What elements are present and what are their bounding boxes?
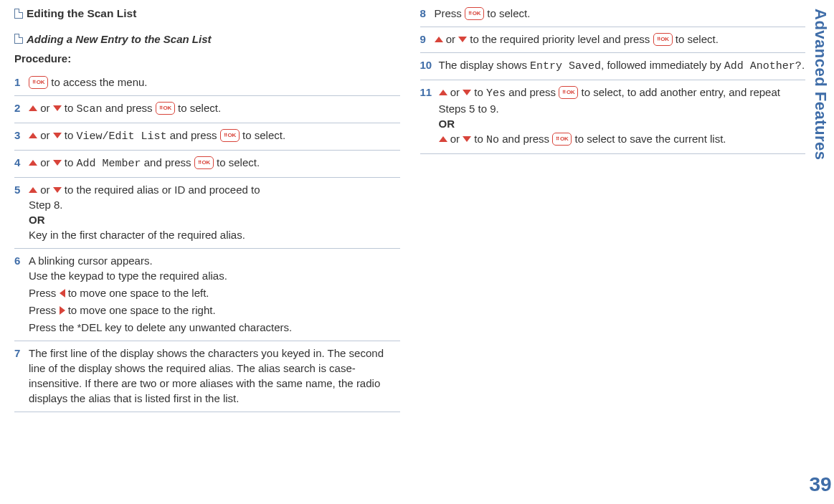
left-arrow-icon [60, 289, 65, 298]
step-number: 10 [420, 57, 435, 72]
step-text: The display shows [439, 59, 531, 71]
step-8: 8 Press ⠿OK to select. [420, 6, 806, 27]
ok-button-icon: ⠿OK [552, 133, 572, 146]
menu-target: No [486, 134, 499, 146]
menu-target: Yes [486, 87, 506, 100]
step-number: 5 [14, 182, 24, 197]
or-label: OR [29, 212, 400, 227]
down-arrow-icon [458, 37, 467, 42]
step-text: to move one space to the right. [65, 304, 216, 316]
step-1: 1 ⠿OK to access the menu. [14, 70, 400, 96]
step-body: The first line of the display shows the … [29, 346, 400, 406]
ok-button-icon: ⠿OK [559, 86, 578, 99]
step-body: Press ⠿OK to select. [435, 6, 806, 21]
or-text: or [37, 102, 53, 114]
step-text: to select to save the current list. [572, 133, 726, 145]
or-text: or [37, 156, 53, 168]
down-arrow-icon [53, 105, 62, 111]
menu-target: Add Member [77, 158, 141, 170]
step-10: 10 The display shows Entry Saved, follow… [420, 53, 806, 80]
step-text: to select. [673, 33, 719, 45]
procedure-label: Procedure: [14, 51, 400, 66]
or-text: or [37, 129, 53, 141]
page-number: 39 [809, 470, 831, 498]
or-text: or [447, 86, 463, 98]
step-number: 11 [420, 85, 435, 100]
down-arrow-icon [463, 136, 471, 142]
up-arrow-icon [435, 37, 443, 42]
step-text: The first line of the display shows the … [29, 346, 400, 406]
step-number: 4 [14, 155, 24, 170]
ok-button-icon: ⠿OK [156, 102, 175, 115]
step-text: to select. [175, 102, 221, 114]
up-arrow-icon [29, 187, 37, 193]
step-text: . [802, 59, 805, 71]
or-text: or [37, 184, 53, 196]
step-9: 9 or to the required priority level and … [420, 27, 806, 53]
down-arrow-icon [53, 133, 62, 138]
left-column: Editing the Scan List Adding a New Entry… [14, 6, 400, 498]
step-text: Press [29, 304, 60, 316]
step-body: or to the required priority level and pr… [435, 32, 806, 47]
step-text: to [471, 86, 486, 98]
document-icon [14, 34, 23, 44]
up-arrow-icon [439, 90, 447, 95]
step-text: to select. [240, 129, 285, 141]
step-number: 9 [420, 32, 430, 47]
step-2: 2 or to Scan and press ⠿OK to select. [14, 96, 400, 123]
sub-heading: Adding a New Entry to the Scan List [14, 32, 400, 47]
menu-target: View/Edit List [77, 130, 167, 143]
right-arrow-icon [60, 306, 65, 315]
up-arrow-icon [439, 136, 447, 142]
step-text: Press [435, 7, 465, 19]
step-3: 3 or to View/Edit List and press ⠿OK to … [14, 123, 400, 151]
down-arrow-icon [53, 160, 62, 166]
step-text: Press [29, 287, 60, 299]
step-body: or to the required alias or ID and proce… [29, 182, 400, 242]
ok-button-icon: ⠿OK [465, 7, 484, 20]
step-body: ⠿OK to access the menu. [29, 75, 400, 90]
step-text: and press [141, 156, 194, 168]
ok-button-icon: ⠿OK [220, 129, 240, 142]
step-text: Key in the first character of the requir… [29, 227, 400, 242]
display-text: Entry Saved [530, 60, 601, 72]
document-icon [14, 9, 23, 19]
section-heading: Editing the Scan List [14, 6, 400, 22]
step-body: or to Yes and press ⠿OK to select, to ad… [439, 85, 806, 148]
step-text: , followed immediately by [601, 59, 724, 71]
step-4: 4 or to Add Member and press ⠿OK to sele… [14, 151, 400, 178]
step-text: to [62, 129, 77, 141]
sidebar-title: Advanced Features [810, 9, 832, 160]
step-6: 6 A blinking cursor appears. Use the key… [14, 249, 400, 341]
up-arrow-icon [29, 105, 37, 111]
ok-button-icon: ⠿OK [194, 156, 214, 169]
step-text: and press [103, 102, 156, 114]
sidebar: Advanced Features 39 [810, 0, 831, 504]
up-arrow-icon [29, 133, 37, 138]
step-text: Use the keypad to type the required alia… [29, 268, 400, 283]
step-text: A blinking cursor appears. [29, 253, 400, 268]
step-text: Step 8. [29, 197, 400, 212]
step-text: to [62, 156, 77, 168]
step-text: to [471, 133, 486, 145]
page-content: Editing the Scan List Adding a New Entry… [0, 0, 834, 504]
step-number: 2 [14, 100, 24, 115]
step-text: to [62, 102, 77, 114]
step-text: and press [499, 133, 552, 145]
ok-button-icon: ⠿OK [653, 33, 673, 46]
step-text: to select. [214, 156, 260, 168]
heading-text: Editing the Scan List [27, 6, 136, 22]
or-text: or [443, 33, 459, 45]
display-text: Add Another? [724, 60, 802, 72]
up-arrow-icon [29, 160, 37, 166]
step-5: 5 or to the required alias or ID and pro… [14, 178, 400, 249]
step-number: 6 [14, 253, 24, 268]
or-text: or [447, 133, 463, 145]
step-body: The display shows Entry Saved, followed … [439, 57, 806, 74]
step-text: to the required priority level and press [467, 33, 653, 45]
step-text: and press [506, 86, 559, 98]
or-label: OR [439, 116, 806, 131]
step-text: to select. [484, 7, 530, 19]
down-arrow-icon [463, 90, 471, 95]
step-number: 8 [420, 6, 430, 21]
